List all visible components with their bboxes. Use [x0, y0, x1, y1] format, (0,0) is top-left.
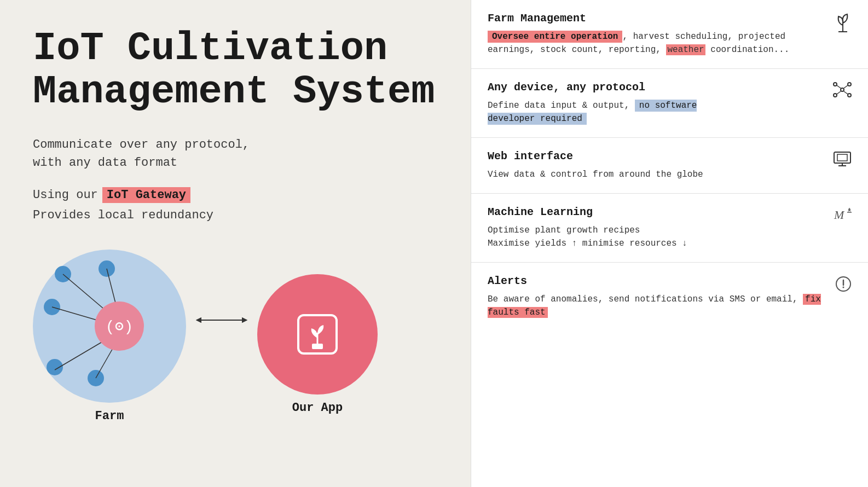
feature-web-interface-content: Web interface View data & control from a… [488, 150, 824, 181]
feature-farm-management-title: Farm Management [488, 12, 825, 25]
diagram: (ʘ) Farm [33, 250, 438, 423]
feature-alerts-desc: Be aware of anomalies, send notification… [488, 293, 826, 319]
left-panel: IoT Cultivation Management System Commun… [0, 0, 471, 487]
feature-alerts: Alerts Be aware of anomalies, send notif… [471, 263, 868, 331]
subtitle: Communicate over any protocol, with any … [33, 136, 438, 172]
svg-line-18 [837, 91, 841, 94]
svg-point-12 [834, 83, 837, 86]
feature-machine-learning-desc: Optimise plant growth recipes Maximise y… [488, 224, 824, 250]
feature-web-interface-desc: View data & control from around the glob… [488, 168, 824, 181]
svg-line-16 [837, 85, 841, 88]
plant-icon [834, 13, 852, 37]
network-icon [833, 82, 852, 102]
feature-web-interface-title: Web interface [488, 150, 824, 163]
svg-rect-20 [834, 152, 850, 163]
feature-any-device: Any device, any protocol Define data inp… [471, 69, 868, 138]
farm-cluster: (ʘ) [33, 250, 186, 403]
bidirectional-arrow [194, 315, 249, 326]
feature-farm-management-desc: Oversee entire operation, harvest schedu… [488, 30, 825, 56]
svg-rect-21 [837, 154, 847, 161]
svg-point-11 [841, 88, 844, 91]
wifi-icon: (ʘ) [106, 317, 133, 335]
gateway-circle: (ʘ) [95, 302, 144, 351]
feature-machine-learning: Machine Learning Optimise plant growth r… [471, 194, 868, 263]
redundancy-text: Provides local redundancy [33, 208, 438, 222]
feature-any-device-title: Any device, any protocol [488, 81, 824, 94]
main-title: IoT Cultivation Management System [33, 27, 438, 114]
svg-line-19 [844, 91, 848, 94]
svg-point-31 [843, 287, 844, 288]
seedling-icon [293, 310, 342, 359]
farm-management-highlight: Oversee entire operation [488, 31, 622, 43]
feature-machine-learning-title: Machine Learning [488, 206, 824, 218]
using-line: Using our IoT Gateway [33, 187, 438, 203]
svg-rect-7 [312, 344, 323, 349]
feature-farm-management-content: Farm Management Oversee entire operation… [488, 12, 825, 56]
app-label: Our App [292, 401, 343, 415]
feature-farm-management: Farm Management Oversee entire operation… [471, 0, 868, 69]
feature-machine-learning-content: Machine Learning Optimise plant growth r… [488, 206, 824, 250]
feature-any-device-desc: Define data input & output, no softwared… [488, 99, 824, 125]
app-diagram-item: Our App [257, 258, 378, 415]
feature-alerts-content: Alerts Be aware of anomalies, send notif… [488, 275, 826, 319]
feature-alerts-title: Alerts [488, 275, 826, 287]
farm-diagram-item: (ʘ) Farm [33, 250, 186, 423]
svg-line-17 [844, 85, 848, 88]
svg-point-13 [848, 83, 851, 86]
ml-icon: M [833, 207, 852, 227]
iot-gateway-highlight: IoT Gateway [102, 187, 190, 203]
alert-icon [835, 276, 852, 297]
app-circle [257, 274, 378, 395]
right-panel: Farm Management Oversee entire operation… [471, 0, 868, 487]
svg-point-15 [848, 94, 851, 97]
feature-any-device-content: Any device, any protocol Define data inp… [488, 81, 824, 125]
feature-web-interface: Web interface View data & control from a… [471, 138, 868, 194]
using-prefix: Using our [33, 188, 98, 202]
farm-label: Farm [95, 409, 124, 423]
svg-point-14 [834, 94, 837, 97]
svg-text:M: M [834, 208, 845, 222]
monitor-icon [833, 151, 852, 172]
